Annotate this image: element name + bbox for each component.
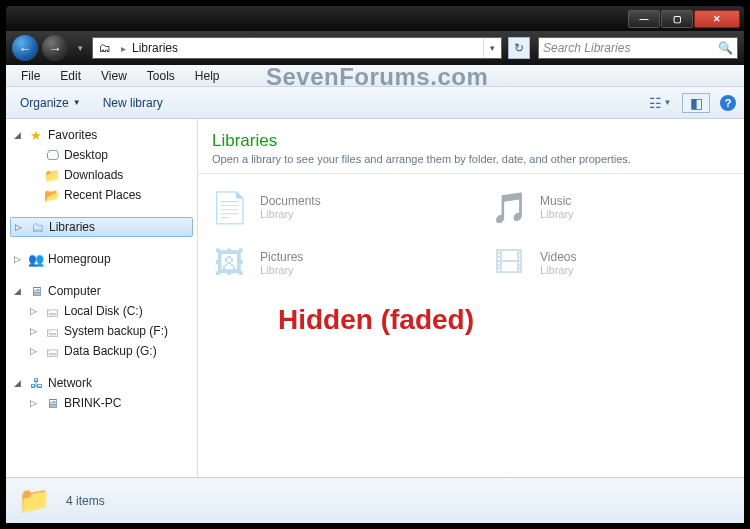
downloads-icon: 📁	[43, 168, 61, 183]
menu-help[interactable]: Help	[186, 67, 229, 85]
close-button[interactable]: ✕	[694, 10, 740, 28]
item-name: Videos	[540, 250, 576, 264]
search-input[interactable]: Search Libraries 🔍	[538, 37, 738, 59]
item-count: 4 items	[66, 494, 105, 508]
titlebar: — ▢ ✕	[6, 6, 744, 31]
preview-pane-button[interactable]: ◧	[682, 93, 710, 113]
annotation-overlay: Hidden (faded)	[278, 304, 474, 336]
explorer-window: — ▢ ✕ ← → ▾ 🗂 ▸ Libraries ▾ ↻ Search Lib…	[6, 6, 744, 523]
search-icon: 🔍	[718, 41, 733, 55]
collapse-icon[interactable]: ◢	[14, 378, 24, 388]
recent-pages-dropdown[interactable]: ▾	[72, 40, 88, 56]
menu-tools[interactable]: Tools	[138, 67, 184, 85]
menu-file[interactable]: File	[12, 67, 49, 85]
nav-label: Local Disk (C:)	[64, 304, 143, 318]
help-button[interactable]: ?	[720, 95, 736, 111]
libraries-icon: 🗂	[93, 41, 117, 55]
nav-label: Network	[48, 376, 92, 390]
nav-label: Favorites	[48, 128, 97, 142]
view-options-button[interactable]: ☷▼	[648, 93, 672, 113]
chevron-down-icon: ▼	[73, 98, 81, 107]
network-icon: 🖧	[27, 376, 45, 391]
menu-edit[interactable]: Edit	[51, 67, 90, 85]
star-icon: ★	[27, 128, 45, 143]
expand-icon[interactable]: ▷	[30, 398, 40, 408]
nav-downloads[interactable]: 📁 Downloads	[6, 165, 197, 185]
content-header: Libraries Open a library to see your fil…	[198, 119, 744, 174]
pc-icon: 🖥	[43, 396, 61, 411]
nav-favorites[interactable]: ◢ ★ Favorites	[6, 125, 197, 145]
nav-label: Downloads	[64, 168, 123, 182]
nav-homegroup-group: ▷ 👥 Homegroup	[6, 249, 197, 269]
watermark-text: SevenForums.com	[266, 63, 488, 91]
drive-icon: 🖴	[43, 304, 61, 319]
nav-brink-pc[interactable]: ▷🖥 BRINK-PC	[6, 393, 197, 413]
drive-icon: 🖴	[43, 324, 61, 339]
address-bar[interactable]: 🗂 ▸ Libraries ▾	[92, 37, 502, 59]
expand-icon[interactable]: ▷	[14, 254, 24, 264]
music-icon: 🎵	[486, 184, 532, 230]
library-videos[interactable]: 🎞 VideosLibrary	[486, 240, 736, 286]
nav-favorites-group: ◢ ★ Favorites 🖵 Desktop 📁 Downloads 📂 Re…	[6, 125, 197, 205]
navigation-pane: ◢ ★ Favorites 🖵 Desktop 📁 Downloads 📂 Re…	[6, 119, 198, 477]
nav-label: Libraries	[49, 220, 95, 234]
forward-button[interactable]: →	[42, 35, 68, 61]
nav-desktop[interactable]: 🖵 Desktop	[6, 145, 197, 165]
collapse-icon[interactable]: ◢	[14, 286, 24, 296]
nav-computer[interactable]: ◢ 🖥 Computer	[6, 281, 197, 301]
pictures-icon: 🖼	[206, 240, 252, 286]
library-pictures[interactable]: 🖼 PicturesLibrary	[206, 240, 456, 286]
nav-network-group: ◢ 🖧 Network ▷🖥 BRINK-PC	[6, 373, 197, 413]
address-text: Libraries	[130, 41, 483, 55]
body: ◢ ★ Favorites 🖵 Desktop 📁 Downloads 📂 Re…	[6, 119, 744, 477]
nav-system-backup-f[interactable]: ▷🖴 System backup (F:)	[6, 321, 197, 341]
content-pane: Libraries Open a library to see your fil…	[198, 119, 744, 477]
desktop-icon: 🖵	[43, 148, 61, 163]
expand-icon[interactable]: ▷	[30, 346, 40, 356]
refresh-button[interactable]: ↻	[508, 37, 530, 59]
maximize-button[interactable]: ▢	[661, 10, 693, 28]
item-name: Pictures	[260, 250, 303, 264]
libraries-icon: 🗂	[28, 220, 46, 235]
breadcrumb-separator[interactable]: ▸	[117, 43, 130, 54]
nav-label: BRINK-PC	[64, 396, 121, 410]
search-placeholder: Search Libraries	[543, 41, 630, 55]
nav-data-backup-g[interactable]: ▷🖴 Data Backup (G:)	[6, 341, 197, 361]
folder-icon: 📁	[14, 483, 54, 519]
library-music[interactable]: 🎵 MusicLibrary	[486, 184, 736, 230]
computer-icon: 🖥	[27, 284, 45, 299]
nav-computer-group: ◢ 🖥 Computer ▷🖴 Local Disk (C:) ▷🖴 Syste…	[6, 281, 197, 361]
nav-libraries-group: ▷ 🗂 Libraries	[6, 217, 197, 237]
nav-local-disk-c[interactable]: ▷🖴 Local Disk (C:)	[6, 301, 197, 321]
expand-icon[interactable]: ▷	[30, 326, 40, 336]
organize-label: Organize	[20, 96, 69, 110]
nav-label: Computer	[48, 284, 101, 298]
item-sub: Library	[540, 208, 574, 220]
back-button[interactable]: ←	[12, 35, 38, 61]
expand-icon[interactable]: ▷	[30, 306, 40, 316]
item-sub: Library	[260, 208, 321, 220]
minimize-button[interactable]: —	[628, 10, 660, 28]
address-dropdown[interactable]: ▾	[483, 38, 501, 58]
nav-label: Homegroup	[48, 252, 111, 266]
address-row: ← → ▾ 🗂 ▸ Libraries ▾ ↻ Search Libraries…	[6, 31, 744, 65]
content-title: Libraries	[212, 131, 730, 151]
library-documents[interactable]: 📄 DocumentsLibrary	[206, 184, 456, 230]
organize-button[interactable]: Organize ▼	[14, 93, 87, 113]
content-subtitle: Open a library to see your files and arr…	[212, 153, 730, 165]
items-area: 📄 DocumentsLibrary 🎵 MusicLibrary 🖼 Pict…	[198, 174, 744, 477]
item-name: Documents	[260, 194, 321, 208]
nav-recent-places[interactable]: 📂 Recent Places	[6, 185, 197, 205]
homegroup-icon: 👥	[27, 252, 45, 267]
nav-label: System backup (F:)	[64, 324, 168, 338]
drive-icon: 🖴	[43, 344, 61, 359]
nav-network[interactable]: ◢ 🖧 Network	[6, 373, 197, 393]
nav-label: Desktop	[64, 148, 108, 162]
nav-libraries[interactable]: ▷ 🗂 Libraries	[10, 217, 193, 237]
menu-view[interactable]: View	[92, 67, 136, 85]
collapse-icon[interactable]: ◢	[14, 130, 24, 140]
new-library-button[interactable]: New library	[97, 93, 169, 113]
nav-homegroup[interactable]: ▷ 👥 Homegroup	[6, 249, 197, 269]
expand-icon[interactable]: ▷	[15, 222, 25, 232]
item-sub: Library	[540, 264, 576, 276]
